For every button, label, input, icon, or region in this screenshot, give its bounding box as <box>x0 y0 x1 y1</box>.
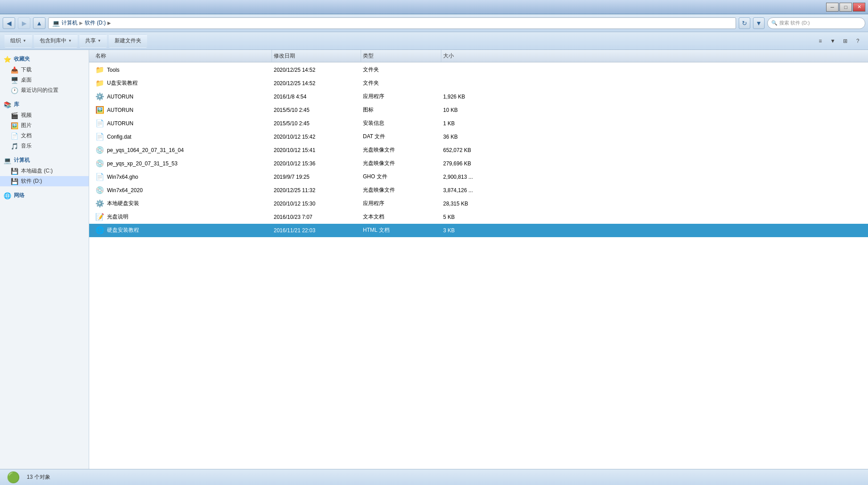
sidebar-item-recent[interactable]: 🕐 最近访问的位置 <box>0 85 89 95</box>
file-size-cell: 5 KB <box>441 214 513 220</box>
file-date-cell: 2020/10/12 15:42 <box>272 134 361 140</box>
table-row[interactable]: 🌐硬盘安装教程2016/11/21 22:03HTML 文档3 KB <box>89 224 868 237</box>
download-label: 下载 <box>21 66 32 74</box>
preview-pane-button[interactable]: ⊞ <box>839 35 851 47</box>
file-name: Win7x64_2020 <box>107 187 143 193</box>
download-icon: 📥 <box>11 66 18 74</box>
file-icon: ⚙️ <box>95 199 104 208</box>
network-header[interactable]: 🌐 网络 <box>0 190 89 201</box>
file-name: pe_yqs_1064_20_07_31_16_04 <box>107 147 184 153</box>
soft-d-label: 软件 (D:) <box>21 177 42 185</box>
minimize-button[interactable]: ─ <box>826 3 839 12</box>
file-type-cell: 光盘映像文件 <box>361 160 441 167</box>
sidebar-item-video[interactable]: 🎬 视频 <box>0 110 89 120</box>
library-header[interactable]: 📚 库 <box>0 99 89 110</box>
path-end-arrow: ▶ <box>107 21 111 25</box>
col-date[interactable]: 修改日期 <box>272 50 361 62</box>
refresh-button[interactable]: ↻ <box>739 17 750 29</box>
file-icon: 📄 <box>95 119 104 127</box>
file-size-cell: 36 KB <box>441 134 513 140</box>
sidebar-item-local-c[interactable]: 💾 本地磁盘 (C:) <box>0 166 89 176</box>
col-name[interactable]: 名称 <box>94 50 272 62</box>
view-buttons: ≡ ▼ ⊞ ? <box>815 35 864 47</box>
file-date-cell: 2015/5/10 2:45 <box>272 120 361 127</box>
file-name: pe_yqs_xp_20_07_31_15_53 <box>107 160 177 167</box>
computer-label: 计算机 <box>14 156 30 164</box>
file-size-cell: 1 KB <box>441 120 513 127</box>
file-name-cell: ⚙️AUTORUN <box>94 92 272 101</box>
sidebar-item-desktop[interactable]: 🖥️ 桌面 <box>0 75 89 85</box>
view-toggle-button[interactable]: ≡ <box>815 35 826 47</box>
forward-button[interactable]: ▶ <box>18 17 30 29</box>
file-icon: 💿 <box>95 159 104 168</box>
table-row[interactable]: 💿pe_yqs_xp_20_07_31_15_532020/10/12 15:3… <box>89 157 868 170</box>
col-size[interactable]: 大小 <box>441 50 513 62</box>
sidebar-item-photo[interactable]: 🖼️ 图片 <box>0 120 89 131</box>
organize-button[interactable]: 组织 ▼ <box>4 34 32 48</box>
help-button[interactable]: ? <box>852 35 864 47</box>
share-arrow: ▼ <box>98 39 101 43</box>
table-row[interactable]: 📁Tools2020/12/25 14:52文件夹 <box>89 63 868 77</box>
view-dropdown-button[interactable]: ▼ <box>827 35 839 47</box>
computer-header[interactable]: 💻 计算机 <box>0 155 89 166</box>
table-row[interactable]: 📁U盘安装教程2020/12/25 14:52文件夹 <box>89 77 868 90</box>
new-folder-button[interactable]: 新建文件夹 <box>109 34 147 48</box>
new-folder-label: 新建文件夹 <box>115 37 141 45</box>
file-name: AUTORUN <box>107 120 133 127</box>
computer-sidebar-icon: 💻 <box>4 157 11 164</box>
sidebar-item-soft-d[interactable]: 💾 软件 (D:) <box>0 176 89 186</box>
col-type[interactable]: 类型 <box>361 50 441 62</box>
file-date-cell: 2020/12/25 14:52 <box>272 67 361 73</box>
file-icon: 📄 <box>95 173 104 181</box>
table-row[interactable]: 🖼️AUTORUN2015/5/10 2:45图标10 KB <box>89 103 868 117</box>
file-name-cell: 📄Config.dat <box>94 132 272 141</box>
path-drive[interactable]: 软件 (D:) <box>85 19 106 27</box>
up-icon: ▲ <box>36 20 42 27</box>
file-size-cell: 652,072 KB <box>441 147 513 153</box>
file-date-cell: 2016/10/23 7:07 <box>272 214 361 220</box>
file-type-cell: 文本文档 <box>361 213 441 221</box>
table-row[interactable]: ⚙️本地硬盘安装2020/10/12 15:30应用程序28,315 KB <box>89 197 868 210</box>
file-name: AUTORUN <box>107 94 133 100</box>
table-row[interactable]: 📄Config.dat2020/10/12 15:42DAT 文件36 KB <box>89 130 868 144</box>
status-app-icon: 🟢 <box>5 469 21 485</box>
sidebar-item-download[interactable]: 📥 下载 <box>0 65 89 75</box>
table-row[interactable]: ⚙️AUTORUN2016/1/8 4:54应用程序1,926 KB <box>89 90 868 103</box>
table-row[interactable]: 💿Win7x64_20202020/12/25 11:32光盘映像文件3,874… <box>89 184 868 197</box>
search-box[interactable]: 🔍 搜索 软件 (D:) <box>767 17 865 29</box>
table-row[interactable]: 💿pe_yqs_1064_20_07_31_16_042020/10/12 15… <box>89 144 868 157</box>
file-name: AUTORUN <box>107 107 133 113</box>
maximize-button[interactable]: □ <box>839 3 852 12</box>
file-type-cell: GHO 文件 <box>361 173 441 181</box>
file-date-cell: 2019/9/7 19:25 <box>272 174 361 180</box>
file-type-cell: 光盘映像文件 <box>361 186 441 194</box>
path-computer[interactable]: 计算机 <box>62 19 78 27</box>
table-row[interactable]: 📄Win7x64.gho2019/9/7 19:25GHO 文件2,900,81… <box>89 170 868 184</box>
file-area[interactable]: 名称 修改日期 类型 大小 📁Tools2020/12/25 14:52文件夹📁… <box>89 50 868 469</box>
file-name: Win7x64.gho <box>107 174 138 180</box>
share-button[interactable]: 共享 ▼ <box>79 34 107 48</box>
sidebar-item-doc[interactable]: 📄 文档 <box>0 131 89 141</box>
file-icon: 🌐 <box>95 226 104 234</box>
file-icon: 📄 <box>95 132 104 141</box>
video-label: 视频 <box>21 111 32 119</box>
favorites-header[interactable]: ⭐ 收藏夹 <box>0 53 89 65</box>
table-row[interactable]: 📄AUTORUN2015/5/10 2:45安装信息1 KB <box>89 117 868 130</box>
network-section: 🌐 网络 <box>0 190 89 201</box>
table-row[interactable]: 📝光盘说明2016/10/23 7:07文本文档5 KB <box>89 210 868 224</box>
include-library-button[interactable]: 包含到库中 ▼ <box>34 34 78 48</box>
file-icon: 💿 <box>95 146 104 154</box>
file-type-cell: 文件夹 <box>361 79 441 87</box>
close-button[interactable]: ✕ <box>853 3 865 12</box>
up-button[interactable]: ▲ <box>33 17 45 29</box>
file-name: 本地硬盘安装 <box>107 200 139 207</box>
photo-label: 图片 <box>21 122 32 129</box>
back-button[interactable]: ◀ <box>3 17 15 29</box>
address-path[interactable]: 💻 计算机 ▶ 软件 (D:) ▶ <box>48 17 736 29</box>
column-headers: 名称 修改日期 类型 大小 <box>89 50 868 62</box>
include-label: 包含到库中 <box>40 37 66 45</box>
sidebar-item-music[interactable]: 🎵 音乐 <box>0 141 89 151</box>
dropdown-button[interactable]: ▼ <box>753 17 765 29</box>
address-bar: ◀ ▶ ▲ 💻 计算机 ▶ 软件 (D:) ▶ ↻ ▼ 🔍 搜索 软件 (D:) <box>0 14 868 32</box>
library-label: 库 <box>14 101 19 108</box>
